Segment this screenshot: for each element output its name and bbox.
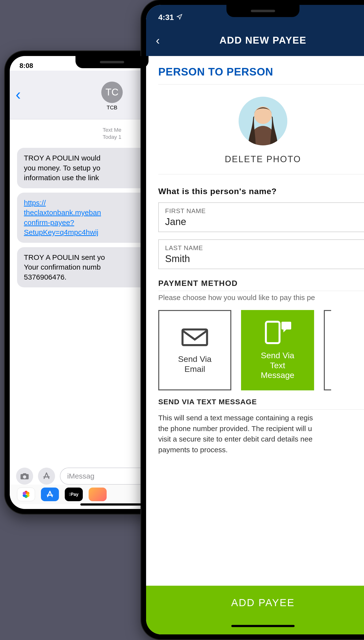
last-name-value: Smith xyxy=(165,253,361,264)
svg-rect-9 xyxy=(266,322,280,343)
send-via-desc: This will send a text message containing… xyxy=(158,412,364,455)
appstore-button[interactable] xyxy=(38,468,55,485)
last-name-field[interactable]: LAST NAME Smith xyxy=(158,240,364,269)
setup-link[interactable]: https:// theclaxtonbank.myeban confirm-p… xyxy=(24,199,101,236)
back-button[interactable]: ‹ xyxy=(16,85,21,103)
banking-phone: 4:31 ‹ ADD NEW PAYEE PERSON TO PERSON xyxy=(141,0,364,639)
payment-method-options: Send Via Email Send Via Text Message xyxy=(158,310,364,390)
page-title: ADD NEW PAYEE xyxy=(146,35,364,46)
svg-point-7 xyxy=(254,106,272,124)
first-name-label: FIRST NAME xyxy=(165,207,361,215)
send-via-heading: SEND VIA TEXT MESSAGE xyxy=(158,398,364,410)
email-icon xyxy=(182,326,208,348)
input-placeholder: iMessag xyxy=(67,472,94,480)
payment-method-heading: PAYMENT METHOD xyxy=(158,279,364,291)
status-time: 8:08 xyxy=(20,62,33,70)
appstore-icon xyxy=(42,471,51,481)
status-time: 4:31 xyxy=(158,13,174,22)
contact-name: TCB xyxy=(107,104,117,111)
third-option-partial[interactable] xyxy=(324,310,331,390)
option-label: Send Via Text Message xyxy=(261,350,294,380)
home-indicator[interactable] xyxy=(231,625,294,627)
banking-screen: 4:31 ‹ ADD NEW PAYEE PERSON TO PERSON xyxy=(146,5,364,634)
first-name-value: Jane xyxy=(165,216,361,227)
notch xyxy=(76,56,148,68)
last-name-label: LAST NAME xyxy=(165,244,361,252)
home-indicator[interactable] xyxy=(80,504,144,506)
payee-photo[interactable] xyxy=(238,97,287,146)
form-content: PERSON TO PERSON DELETE PHOTO What is th… xyxy=(146,56,364,455)
nav-bar: ‹ ADD NEW PAYEE xyxy=(146,24,364,56)
section-title: PERSON TO PERSON xyxy=(158,66,364,84)
camera-icon xyxy=(20,471,30,481)
applepay-app-icon[interactable]: Pay xyxy=(65,488,83,501)
svg-point-5 xyxy=(23,492,26,495)
svg-rect-8 xyxy=(182,330,207,345)
add-payee-button[interactable]: ADD PAYEE xyxy=(146,586,364,634)
photo-section: DELETE PHOTO xyxy=(158,97,364,174)
option-label: Send Via Email xyxy=(178,354,211,374)
notch xyxy=(226,5,300,17)
location-icon xyxy=(176,13,182,22)
applepay-label: Pay xyxy=(69,492,79,497)
camera-button[interactable] xyxy=(16,468,33,485)
name-question: What is this person's name? xyxy=(158,186,364,196)
send-via-email-option[interactable]: Send Via Email xyxy=(158,310,231,390)
delete-photo-button[interactable]: DELETE PHOTO xyxy=(158,154,364,164)
svg-rect-10 xyxy=(282,322,291,330)
appstore-app-icon[interactable] xyxy=(41,488,59,501)
person-photo-icon xyxy=(238,97,287,146)
first-name-field[interactable]: FIRST NAME Jane xyxy=(158,202,364,232)
contact-avatar[interactable]: TC xyxy=(101,82,123,103)
contact-initials: TC xyxy=(106,87,118,98)
send-via-text-option[interactable]: Send Via Text Message xyxy=(241,310,314,390)
back-button[interactable]: ‹ xyxy=(156,34,160,47)
phone-text-icon xyxy=(263,320,292,344)
photos-app-icon[interactable] xyxy=(17,488,35,501)
add-payee-label: ADD PAYEE xyxy=(231,597,294,608)
payment-method-desc: Please choose how you would like to pay … xyxy=(158,294,364,302)
memoji-app-icon[interactable] xyxy=(89,488,107,501)
